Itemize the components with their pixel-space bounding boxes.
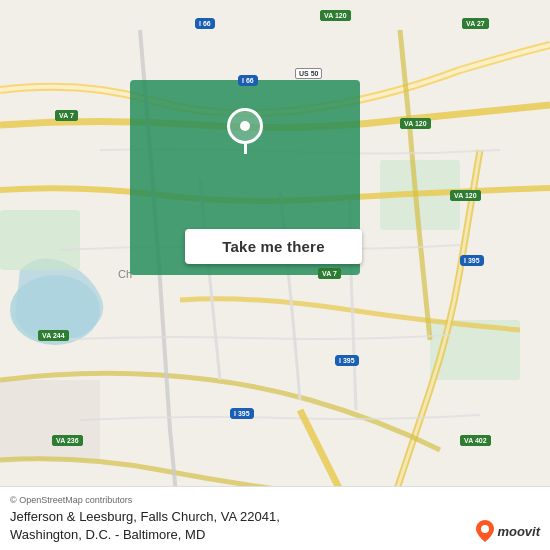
road-badge-va236: VA 236 [52, 435, 83, 446]
take-me-there-label: Take me there [222, 238, 324, 255]
road-badge-va27: VA 27 [462, 18, 489, 29]
pin-dot [240, 121, 250, 131]
road-badge-us50: US 50 [295, 68, 322, 79]
map-container: Ch I 66 VA 120 VA 27 US 50 VA 7 I 66 VA … [0, 0, 550, 550]
map-attribution: © OpenStreetMap contributors [10, 495, 540, 505]
road-badge-va120-top: VA 120 [320, 10, 351, 21]
road-badge-va120-mid: VA 120 [400, 118, 431, 129]
svg-rect-1 [0, 210, 80, 270]
svg-point-6 [481, 525, 489, 533]
road-badge-va402: VA 402 [460, 435, 491, 446]
pin-tail [244, 144, 247, 154]
road-badge-i66: I 66 [195, 18, 215, 29]
moovit-text: moovit [497, 524, 540, 539]
pin-circle [227, 108, 263, 144]
bottom-bar: © OpenStreetMap contributors Jefferson &… [0, 486, 550, 550]
take-me-there-button[interactable]: Take me there [185, 229, 362, 264]
location-info: Jefferson & Leesburg, Falls Church, VA 2… [10, 508, 540, 544]
road-badge-va7-left: VA 7 [55, 110, 78, 121]
moovit-logo: moovit [476, 520, 540, 542]
location-line1: Jefferson & Leesburg, Falls Church, VA 2… [10, 509, 280, 524]
road-badge-i66-left: I 66 [238, 75, 258, 86]
moovit-logo-icon [476, 520, 494, 542]
road-badge-va244: VA 244 [38, 330, 69, 341]
road-badge-va7-mid: VA 7 [318, 268, 341, 279]
road-badge-i395-mid: I 395 [335, 355, 359, 366]
road-badge-i395-right: I 395 [460, 255, 484, 266]
attribution-text: © OpenStreetMap contributors [10, 495, 132, 505]
location-pin [225, 108, 265, 154]
location-line2: Washington, D.C. - Baltimore, MD [10, 527, 205, 542]
road-badge-i395-bottom: I 395 [230, 408, 254, 419]
road-badge-va120-right: VA 120 [450, 190, 481, 201]
